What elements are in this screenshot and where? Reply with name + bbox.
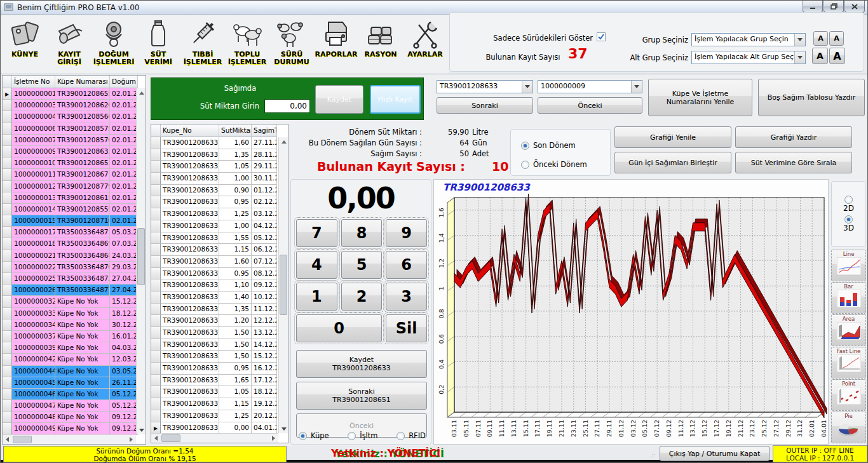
- digit-key-0[interactable]: 0: [296, 314, 382, 342]
- horizontal-scrollbar[interactable]: [151, 433, 278, 443]
- tag-number-select[interactable]: TR39001208633: [437, 80, 533, 93]
- toolbar-item-tibbi-islemler[interactable]: TIBBİ İŞLEMLER: [180, 16, 225, 74]
- save-button[interactable]: Kaydet: [315, 85, 363, 114]
- graph-button-4[interactable]: Süt Verimine Göre Sırala: [735, 152, 852, 173]
- table-row[interactable]: TR390012086331,2520.12.2: [151, 410, 288, 422]
- table-row[interactable]: TR390012086331,2503.12.2: [151, 208, 288, 220]
- restore-button[interactable]: [824, 1, 844, 13]
- table-row[interactable]: TR390012086331,3528.11.2: [151, 149, 288, 161]
- digit-key-3[interactable]: 3: [386, 283, 427, 311]
- scroll-left-button[interactable]: [151, 434, 161, 443]
- table-row[interactable]: 1000000009TR3900120863302.01.2: [3, 146, 146, 158]
- table-row[interactable]: TR390012086331,1009.12.2: [151, 279, 288, 292]
- table-row[interactable]: TR390012086331,4010.12.2: [151, 292, 288, 304]
- table-row[interactable]: 1000000026TR3500336487727.04.2: [3, 285, 146, 296]
- table-row[interactable]: TR390012086331,2012.12.2: [151, 315, 288, 327]
- digit-key-1[interactable]: 1: [296, 283, 337, 311]
- chart-type-point[interactable]: Point: [831, 379, 866, 411]
- digit-key-4[interactable]: 4: [296, 251, 337, 279]
- table-row[interactable]: TR390012086330,9502.12.2: [151, 196, 288, 208]
- toolbar-item-kunye[interactable]: KÜNYE: [3, 16, 47, 74]
- table-row[interactable]: 1000000033Küpe No Yok18.12.2: [3, 308, 146, 319]
- toolbar-item-sut-verimi[interactable]: SÜT VERİMİ: [136, 16, 180, 74]
- table-row[interactable]: TR390012086331,6517.12.2: [151, 375, 288, 387]
- toolbar-item-kayit-girisi[interactable]: KAYIT GİRİŞİ: [47, 16, 92, 74]
- chart-type-line[interactable]: Line: [831, 250, 866, 281]
- column-header[interactable]: SagimTa: [252, 124, 277, 137]
- table-row[interactable]: TR390012086330,9001.12.2: [151, 185, 288, 197]
- table-row[interactable]: 1000000015TR3900120871602.01.2: [3, 215, 146, 227]
- print-empty-table-button[interactable]: Boş Sağım Tablosu Yazdır: [758, 79, 865, 116]
- table-row[interactable]: TR390012086331,0518.12.2: [151, 386, 288, 398]
- scroll-up-button[interactable]: [279, 137, 288, 146]
- table-row[interactable]: 1000000032Küpe No Yok15.12.2: [3, 296, 146, 307]
- digit-key-7[interactable]: 7: [296, 219, 337, 247]
- vertical-scrollbar[interactable]: [278, 137, 288, 433]
- table-row[interactable]: 1000000048Küpe No Yok09.12.2: [3, 412, 146, 423]
- toolbar-item-dogum-islemleri[interactable]: DOĞUM İŞLEMLERİ: [92, 16, 136, 74]
- chevron-down-icon[interactable]: [794, 51, 805, 64]
- table-row[interactable]: 1000000037Küpe No Yok16.01.2: [3, 331, 146, 342]
- table-row[interactable]: 1000000006TR3900120857502.01.2: [3, 123, 146, 135]
- table-row[interactable]: 1000000017TR3500336487105.03.2: [3, 227, 146, 238]
- column-header[interactable]: Küpe Numarası: [55, 76, 110, 88]
- font-size-button-2[interactable]: A: [829, 31, 844, 46]
- scroll-right-button[interactable]: [126, 435, 136, 444]
- column-header[interactable]: Doğum T: [110, 76, 138, 88]
- table-row[interactable]: TR390012086331,1519.12.2: [151, 398, 288, 410]
- group-select[interactable]: İşlem Yapılacak Grup Seçin: [691, 33, 806, 46]
- chevron-down-icon[interactable]: [631, 81, 642, 93]
- chart-type-pie[interactable]: Pie: [831, 412, 866, 443]
- scrollbar-thumb[interactable]: [137, 228, 145, 285]
- dimension-option-2d[interactable]: 2D: [843, 196, 854, 213]
- digit-key-2[interactable]: 2: [341, 283, 383, 311]
- graph-button-3[interactable]: Gün İçi Sağımları Birleştir: [614, 152, 731, 173]
- vertical-scrollbar[interactable]: [136, 88, 146, 434]
- chart-type-area[interactable]: Area: [831, 314, 866, 346]
- scroll-down-button[interactable]: [137, 426, 146, 434]
- toolbar-item-toplu-islemler[interactable]: TOPLU İŞLEMLER: [225, 16, 269, 74]
- column-header[interactable]: SutMiktari: [219, 124, 252, 137]
- table-row[interactable]: 1000000013TR3900120861502.01.2: [3, 192, 146, 204]
- table-row[interactable]: TR390012086331,1506.12.2: [151, 244, 288, 256]
- table-row[interactable]: 1000000034Küpe No Yok30.12.2: [3, 319, 146, 331]
- id-mode-option[interactable]: RFID: [397, 431, 426, 440]
- scrollbar-thumb[interactable]: [161, 434, 180, 442]
- quick-save-button[interactable]: Hızlı Kayıt: [370, 85, 421, 114]
- previous-tag-button[interactable]: Önceki: [538, 97, 642, 114]
- scroll-right-button[interactable]: [269, 434, 278, 443]
- scroll-left-button[interactable]: [3, 435, 12, 444]
- resize-grip[interactable]: .::: [650, 453, 656, 459]
- font-size-button-1[interactable]: A: [813, 31, 828, 46]
- table-row[interactable]: TR390012086331,5013.12.2: [151, 327, 288, 339]
- graph-button-1[interactable]: Grafiği Yenile: [614, 126, 731, 148]
- table-row[interactable]: 1000000042Küpe No Yok12.03.2: [3, 354, 146, 365]
- scrollbar-thumb[interactable]: [280, 255, 287, 315]
- toolbar-item-raporlar[interactable]: RAPORLAR: [314, 16, 358, 74]
- period-option[interactable]: Önceki Dönem: [521, 160, 587, 169]
- next-tag-button[interactable]: Sonraki: [437, 97, 533, 114]
- table-row[interactable]: 1000000010TR3900120865102.01.2: [3, 158, 146, 169]
- table-row[interactable]: 1000000045Küpe No Yok26.11.2: [3, 377, 146, 389]
- table-row[interactable]: 1000000021TR3500336486824.03.2: [3, 250, 146, 262]
- table-row[interactable]: 1000000022TR3500336487029.03.2: [3, 262, 146, 273]
- digit-key-5[interactable]: 5: [341, 251, 383, 279]
- digit-key-9[interactable]: 9: [386, 219, 427, 247]
- dimension-option-3d[interactable]: 3D: [843, 215, 854, 232]
- font-size-button-4[interactable]: A: [829, 48, 845, 64]
- table-row[interactable]: TR390012086331,6007.12.2: [151, 256, 288, 268]
- digit-key-6[interactable]: 6: [386, 251, 427, 279]
- farm-number-select[interactable]: 1000000009: [538, 80, 642, 93]
- table-row[interactable]: 1000000012TR3900120877902.01.2: [3, 181, 146, 192]
- toolbar-item-rasyon[interactable]: RASYON: [358, 16, 403, 74]
- table-row[interactable]: TR390012086331,6027.11.2: [151, 137, 288, 149]
- table-row[interactable]: 1000000047Küpe No Yok05.12.2: [3, 400, 146, 412]
- table-row[interactable]: TR390012086331,3511.12.2: [151, 304, 288, 316]
- refresh-numbers-button[interactable]: Küpe Ve İşletme Numaralarını Yenile: [648, 79, 752, 116]
- minimize-button[interactable]: [803, 1, 823, 13]
- table-row[interactable]: 1000000007TR3900120857602.01.2: [3, 135, 146, 146]
- table-row[interactable]: 1000000039Küpe No Yok04.03.2: [3, 342, 146, 354]
- scroll-down-button[interactable]: [279, 424, 288, 433]
- table-row[interactable]: TR390012086331,0529.11.2: [151, 161, 288, 173]
- chart-type-fast-line[interactable]: Fast Line: [831, 347, 866, 379]
